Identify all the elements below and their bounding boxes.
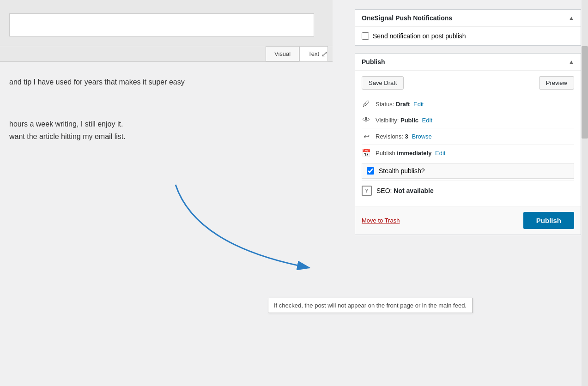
seo-label: SEO: Not available (376, 187, 574, 194)
onesignal-panel-body: Send notification on post publish (355, 27, 581, 45)
visibility-row: 👁 Visibility: Public Edit (362, 112, 574, 128)
onesignal-panel-toggle[interactable]: ▲ (569, 15, 574, 21)
revisions-label: Revisions: 3 Browse (376, 133, 574, 140)
onesignal-panel-title: OneSignal Push Notifications (362, 14, 452, 22)
publish-panel: Publish ▲ Save Draft Preview 🖊 Status: (355, 53, 581, 235)
revisions-icon: ↩ (362, 132, 371, 141)
move-to-trash-button[interactable]: Move to Trash (362, 217, 400, 224)
revisions-browse-link[interactable]: Browse (412, 133, 431, 140)
visibility-label: Visibility: Public Edit (376, 117, 574, 124)
scrollbar-track (582, 0, 588, 386)
editor-content: and tip I have used for years that makes… (0, 62, 333, 339)
editor-tabs-row: Visual Text ⤢ (0, 46, 333, 62)
sidebar: OneSignal Push Notifications ▲ Send noti… (348, 0, 588, 386)
stealth-publish-checkbox[interactable] (367, 167, 374, 175)
publish-panel-header: Publish ▲ (355, 54, 581, 71)
seo-value: Not available (394, 187, 433, 194)
status-edit-link[interactable]: Edit (413, 101, 424, 108)
publish-panel-toggle[interactable]: ▲ (569, 59, 574, 65)
onesignal-checkbox-label: Send notification on post publish (373, 32, 466, 40)
publish-time-edit-link[interactable]: Edit (435, 150, 445, 157)
sidebar-inner: OneSignal Push Notifications ▲ Send noti… (355, 0, 581, 235)
title-input[interactable] (9, 13, 314, 36)
onesignal-panel: OneSignal Push Notifications ▲ Send noti… (355, 9, 581, 46)
publish-meta-list: 🖊 Status: Draft Edit 👁 Visibility: Publi… (362, 96, 574, 161)
visibility-edit-link[interactable]: Edit (422, 117, 432, 124)
status-label: Status: Draft Edit (376, 101, 574, 108)
editor-text-3: want the article hitting my email list. (9, 130, 323, 143)
stealth-publish-label: Stealth publish? (379, 167, 425, 175)
editor-top-bar (0, 0, 333, 46)
stealth-publish-row: Stealth publish? (362, 163, 574, 179)
seo-row: Y SEO: Not available (362, 181, 574, 200)
onesignal-panel-header: OneSignal Push Notifications ▲ (355, 10, 581, 27)
visibility-value: Public (400, 117, 418, 124)
publish-panel-title: Publish (362, 58, 385, 66)
publish-panel-body: Save Draft Preview 🖊 Status: Draft Edit (355, 71, 581, 206)
yoast-icon: Y (362, 186, 372, 196)
status-icon: 🖊 (362, 100, 371, 108)
preview-button[interactable]: Preview (539, 76, 574, 90)
editor-area: Visual Text ⤢ and tip I have used for ye… (0, 0, 333, 386)
calendar-icon: 📅 (362, 149, 371, 157)
visibility-icon: 👁 (362, 116, 371, 124)
status-row: 🖊 Status: Draft Edit (362, 96, 574, 112)
publish-time-label: Publish immediately Edit (376, 150, 574, 157)
title-input-wrapper (9, 13, 323, 36)
onesignal-checkbox-row: Send notification on post publish (362, 32, 574, 40)
publish-immediately-value: immediately (397, 150, 431, 157)
publish-time-row: 📅 Publish immediately Edit (362, 145, 574, 161)
editor-text-1: and tip I have used for years that makes… (9, 76, 323, 88)
revisions-row: ↩ Revisions: 3 Browse (362, 128, 574, 145)
onesignal-checkbox[interactable] (362, 32, 369, 40)
tab-visual[interactable]: Visual (266, 46, 299, 61)
scrollbar-thumb[interactable] (582, 46, 588, 139)
save-draft-button[interactable]: Save Draft (362, 76, 404, 90)
publish-button[interactable]: Publish (523, 212, 574, 229)
revisions-value: 3 (405, 133, 408, 140)
stealth-tooltip: If checked, the post will not appear on … (268, 298, 473, 313)
status-value: Draft (396, 101, 410, 108)
publish-footer: Move to Trash Publish (355, 206, 581, 235)
publish-actions: Save Draft Preview (362, 76, 574, 90)
editor-text-2: hours a week writing, I still enjoy it. (9, 118, 323, 130)
expand-icon[interactable]: ⤢ (321, 49, 328, 59)
